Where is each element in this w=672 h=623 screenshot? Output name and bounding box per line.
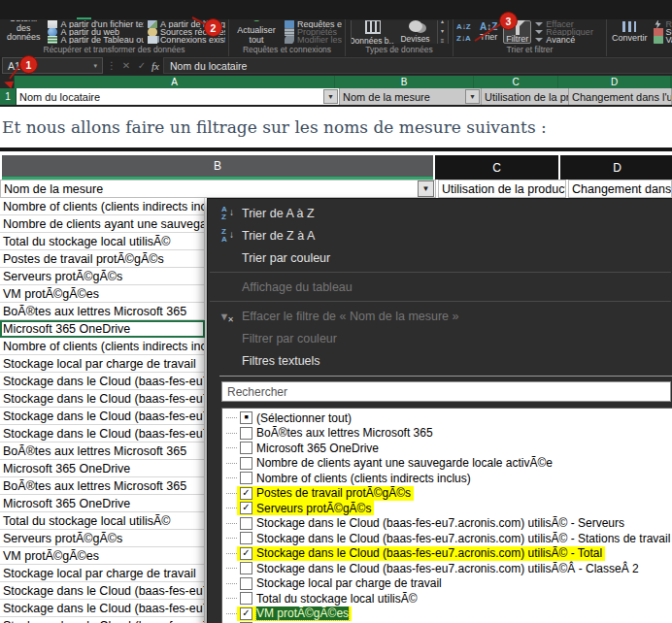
refresh-all-button[interactable]: ↻ Actualiser tout ▾	[232, 20, 281, 44]
filter-checklist-item[interactable]: Stockage local par charge de travail	[222, 576, 672, 592]
table-row[interactable]: Stockage local par charge de travail	[0, 565, 205, 582]
filter-checklist-item[interactable]: Nombre de clients ayant une sauvegarde l…	[222, 456, 672, 472]
checkbox[interactable]	[240, 532, 252, 544]
filter-checklist-item[interactable]: Stockage dans le Cloud (baas-fes-eu7.acr…	[222, 531, 672, 546]
column-header-d[interactable]: D	[558, 76, 671, 88]
filter-checklist-item[interactable]: ✓ Serveurs protÃ©gÃ©s	[222, 501, 672, 516]
ribbon-small-button[interactable]: À partir de Tableau ou d'une Plage	[48, 36, 143, 44]
table-row[interactable]: Serveurs protÃ©gÃ©s	[0, 530, 205, 547]
ribbon-tab[interactable]	[135, 0, 150, 19]
filter-checklist-item[interactable]: Microsoft 365 OneDrive	[222, 441, 672, 456]
table-row[interactable]: Stockage dans le Cloud (baas-fes-eu7.acr…	[0, 617, 205, 623]
filter-checklist-item[interactable]: ✓ Stockage dans le Cloud (baas-fes-eu7.a…	[222, 546, 672, 562]
sort-az-button[interactable]: A↓Z	[456, 21, 474, 32]
filter-dropdown-icon[interactable]: ▼	[418, 180, 434, 197]
ribbon-tab[interactable]	[106, 0, 120, 19]
ribbon-tab[interactable]	[48, 0, 62, 19]
table-row[interactable]: VM protÃ©gÃ©es	[0, 547, 205, 565]
table-row[interactable]: Serveurs protÃ©gÃ©s	[0, 268, 205, 285]
table-row[interactable]: Total du stockage local utilisÃ©	[0, 512, 205, 530]
gallery-scrollbar[interactable]: ▴ ▾ ≡	[437, 20, 448, 44]
table-row[interactable]: BoÃ®tes aux lettres Microsoft 365	[0, 303, 205, 320]
table-row[interactable]: Stockage dans le Cloud (baas-fes-eu7.acr…	[0, 408, 205, 425]
menu-item-sort-by-color[interactable]: Trier par couleur	[208, 246, 672, 269]
get-data-button[interactable]: Obtenir des données ▾	[3, 20, 44, 44]
cell-a1[interactable]: Nom du locataire ▼	[17, 88, 340, 105]
table-row[interactable]: Nombre de clients ayant une sauvegarde l…	[0, 215, 205, 233]
checkbox[interactable]	[240, 517, 252, 530]
formula-input[interactable]: Nom du locataire	[163, 57, 672, 74]
ribbon-small-button[interactable]: Modifier les liaisons	[285, 36, 342, 44]
cell-c1[interactable]: Utilisation de la productio ▼	[482, 88, 569, 105]
checkbox[interactable]	[240, 577, 252, 590]
ribbon-tab[interactable]	[120, 0, 135, 19]
menu-item-sort-za[interactable]: Z A↓ Trier de Z à A	[208, 224, 672, 246]
table-row[interactable]: VM protÃ©gÃ©es	[0, 285, 205, 303]
filter-checklist-item[interactable]: Stockage dans le Cloud (baas-fes-eu7.acr…	[222, 561, 672, 576]
checkbox[interactable]	[240, 442, 252, 454]
header-cell-nom-de-la-mesure[interactable]: Nom de la mesure ▼	[0, 180, 436, 198]
filter-checklist-item[interactable]: BoÃ®tes aux lettres Microsoft 365	[222, 426, 672, 442]
filter-checklist-item[interactable]: Nombre of clients (clients indirects inc…	[222, 471, 672, 486]
ribbon-small-button[interactable]: Propriétés	[285, 28, 342, 36]
table-row[interactable]: Total du stockage local utilisÃ©	[0, 233, 205, 250]
ribbon-tab[interactable]	[77, 0, 91, 19]
column-header-b[interactable]: B	[335, 76, 474, 88]
checkbox[interactable]	[240, 457, 252, 470]
cancel-entry-icon[interactable]: ✕	[120, 60, 132, 71]
checkbox[interactable]: ✓	[240, 487, 252, 500]
menu-item-text-filters[interactable]: Filtres textuels	[208, 349, 672, 372]
checkbox[interactable]	[240, 472, 252, 484]
filter-checklist-item[interactable]: Total du stockage local utilisÃ©	[222, 591, 672, 607]
checkbox[interactable]: ■	[240, 411, 252, 424]
cell-b1[interactable]: Nom de la mesure ▼	[340, 88, 482, 105]
sort-za-button[interactable]: Z↓A	[456, 33, 474, 44]
table-row[interactable]: BoÃ®tes aux lettres Microsoft 365	[0, 477, 205, 495]
search-input[interactable]	[221, 381, 671, 402]
header-cell-changement[interactable]: Changement dans l'utilisation total	[568, 180, 672, 198]
ribbon-tab[interactable]	[33, 0, 48, 19]
ribbon-small-button[interactable]: À partir du web	[48, 28, 143, 36]
scroll-down-icon[interactable]: ▾	[438, 27, 448, 37]
cell-d1[interactable]: Changement dans l'utilisation total ▼	[569, 88, 672, 105]
ribbon-small-button[interactable]: Réappliquer	[535, 28, 603, 36]
table-row[interactable]: Stockage local par charge de travail	[0, 355, 205, 373]
menu-item-clear-filter[interactable]: ▼✕ Effacer le filtre de « Nom de la mesu…	[208, 305, 672, 327]
header-cell-utilisation[interactable]: Utilisation de la productio ▼	[438, 180, 566, 198]
ribbon-tab[interactable]	[4, 0, 18, 19]
checkbox[interactable]: ✓	[240, 547, 252, 560]
ribbon-tab[interactable]	[91, 0, 106, 19]
column-header-c[interactable]: C	[435, 155, 558, 180]
table-row[interactable]: Stockage dans le Cloud (baas-fes-eu7.acr…	[0, 425, 205, 443]
checkbox[interactable]: ✓	[240, 607, 252, 620]
column-header-c[interactable]: C	[474, 76, 558, 88]
filter-checklist-item[interactable]: ✓ Postes de travail protÃ©gÃ©s	[222, 486, 672, 502]
menu-item-table-view[interactable]: Affichage du tableau	[208, 276, 672, 298]
ribbon-tab[interactable]	[62, 0, 77, 19]
menu-item-sort-az[interactable]: A Z↓ Trier de A à Z	[208, 202, 672, 224]
filter-checklist-item[interactable]: ■ (Sélectionner tout)	[222, 410, 672, 426]
column-header-d[interactable]: D	[560, 155, 672, 180]
currencies-tile[interactable]: Devises	[394, 20, 437, 44]
filter-dropdown-icon[interactable]: ▼	[465, 89, 480, 104]
insert-function-icon[interactable]: fx	[151, 60, 159, 72]
gallery-more-icon[interactable]: ≡	[438, 37, 448, 44]
table-row[interactable]: Stockage dans le Cloud (baas-fes-eu7.acr…	[0, 600, 205, 617]
confirm-entry-icon[interactable]: ✓	[136, 60, 148, 71]
table-row[interactable]: BoÃ®tes aux lettres Microsoft 365	[0, 443, 205, 460]
table-row[interactable]: Stockage dans le Cloud (baas-fes-eu7.acr…	[0, 390, 205, 408]
scroll-up-icon[interactable]: ▴	[438, 20, 448, 27]
stocks-tile[interactable]: Données b...	[352, 20, 394, 44]
ribbon-small-button[interactable]: Avancé	[535, 36, 603, 44]
table-row[interactable]: Microsoft 365 OneDrive	[0, 460, 205, 477]
row-number[interactable]: 1	[0, 88, 17, 105]
table-row[interactable]: Nombre of clients (clients indirects inc…	[0, 198, 205, 215]
checkbox[interactable]	[240, 562, 252, 574]
checkbox[interactable]	[240, 592, 252, 605]
table-row[interactable]: Microsoft 365 OneDrive	[0, 320, 205, 338]
ribbon-small-button[interactable]: À partir d'un fichier texte/CSV	[48, 20, 143, 28]
ribbon-small-button[interactable]: Supprimer les doublons	[654, 28, 672, 36]
ribbon-small-button[interactable]: Validation des données	[654, 36, 672, 44]
ribbon-small-button[interactable]: Effacer	[535, 20, 603, 28]
table-row[interactable]: Microsoft 365 OneDrive	[0, 495, 205, 512]
